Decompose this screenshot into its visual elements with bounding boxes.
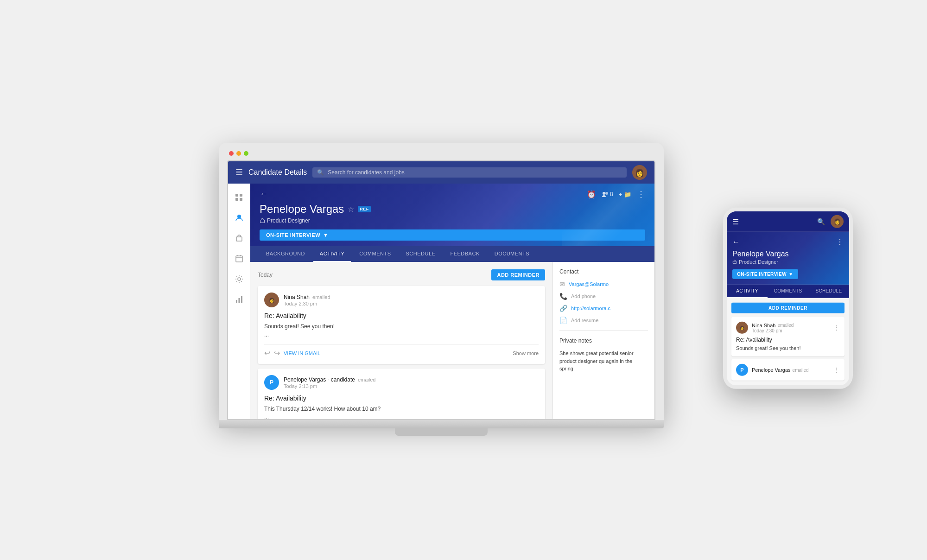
contact-section-title: Contact bbox=[559, 268, 648, 275]
phone-icon: 📞 bbox=[559, 293, 567, 300]
mobile-email-more-icon[interactable]: ⋮ bbox=[833, 324, 840, 331]
briefcase-icon bbox=[260, 218, 265, 223]
alarm-icon[interactable]: ⏰ bbox=[587, 190, 596, 199]
mobile-more-icon[interactable]: ⋮ bbox=[836, 237, 844, 246]
mobile-dropdown-icon: ▼ bbox=[788, 272, 793, 277]
contact-email-value[interactable]: Vargas@Solarmo bbox=[569, 281, 609, 287]
sidebar-item-reports[interactable] bbox=[231, 291, 248, 308]
search-input[interactable] bbox=[328, 169, 622, 176]
tab-activity[interactable]: ACTIVITY bbox=[313, 246, 351, 262]
close-dot bbox=[229, 151, 234, 156]
mobile-avatar[interactable]: 👩 bbox=[831, 215, 844, 228]
email-actions: ↩ ↪ VIEW IN GMAIL bbox=[264, 349, 320, 357]
email-body-line1: Sounds great! See you then! bbox=[264, 322, 539, 331]
laptop-screen: ☰ Candidate Details 🔍 👩 bbox=[227, 160, 655, 420]
mobile-p-meta: Penelope Vargas emailed bbox=[752, 367, 830, 373]
sidebar-item-jobs[interactable] bbox=[231, 230, 248, 247]
forward-icon[interactable]: ↪ bbox=[274, 349, 280, 357]
mobile-add-reminder-button[interactable]: ADD REMINDER bbox=[731, 303, 844, 313]
mobile-tab-schedule[interactable]: SCHEDULE bbox=[808, 285, 849, 298]
star-icon[interactable]: ☆ bbox=[348, 205, 354, 214]
more-options-icon[interactable]: ⋮ bbox=[637, 189, 645, 199]
svg-rect-6 bbox=[236, 256, 242, 262]
mobile-p-avatar: P bbox=[736, 364, 748, 376]
svg-rect-5 bbox=[236, 237, 242, 241]
show-more-link[interactable]: Show more bbox=[513, 350, 539, 356]
interview-btn-label: ON-SITE INTERVIEW bbox=[266, 232, 320, 238]
menu-icon[interactable]: ☰ bbox=[235, 167, 243, 178]
mobile-interview-label: ON-SITE INTERVIEW bbox=[737, 272, 787, 277]
svg-rect-3 bbox=[240, 198, 242, 201]
contact-link-value[interactable]: http://solarmora.c bbox=[571, 305, 610, 311]
scene: ☰ Candidate Details 🔍 👩 bbox=[9, 9, 918, 560]
mobile-search-icon[interactable]: 🔍 bbox=[817, 218, 825, 225]
mobile-topbar-right: 🔍 👩 bbox=[817, 215, 844, 228]
email-sender: Penelope Vargas - candidate emailed bbox=[284, 376, 539, 383]
collaborators-icon[interactable]: 8 bbox=[602, 191, 613, 198]
email-subject: Re: Availability bbox=[264, 395, 539, 402]
dropdown-icon: ▼ bbox=[323, 232, 328, 238]
reply-icon[interactable]: ↩ bbox=[264, 349, 270, 357]
mobile-content: ADD REMINDER 👩 Nina Shah emailed Today bbox=[727, 298, 849, 385]
app-topbar: ☰ Candidate Details 🔍 👩 bbox=[228, 161, 654, 184]
candidate-role-row: Product Designer bbox=[260, 217, 645, 224]
collaborators-count: 8 bbox=[610, 191, 613, 197]
mobile-shell: ☰ 🔍 👩 ← ⋮ Penelope Vargas Pro bbox=[723, 208, 853, 389]
sidebar-item-dashboard[interactable] bbox=[231, 189, 248, 206]
svg-rect-0 bbox=[235, 194, 238, 197]
laptop-stand bbox=[395, 428, 488, 436]
email-sender: Nina Shah emailed bbox=[284, 294, 539, 300]
sender-name: Nina Shah bbox=[284, 294, 310, 300]
contact-resume-value[interactable]: Add resume bbox=[571, 318, 598, 323]
right-panel: Contact ✉ Vargas@Solarmo 📞 Add phone bbox=[552, 262, 654, 419]
sidebar-item-settings[interactable] bbox=[231, 271, 248, 287]
candidate-hero: ⏰ 8 + 📁 ⋮ ← Pen bbox=[250, 184, 654, 246]
laptop-camera-bar bbox=[227, 151, 655, 156]
email-meta: Penelope Vargas - candidate emailed Toda… bbox=[284, 376, 539, 389]
sidebar-item-candidates[interactable] bbox=[231, 210, 248, 226]
sidebar bbox=[228, 184, 250, 419]
mobile-menu-icon[interactable]: ☰ bbox=[732, 217, 739, 226]
email-action: emailed bbox=[358, 377, 376, 382]
tab-feedback[interactable]: FEEDBACK bbox=[444, 246, 486, 262]
email-body-ellipsis: ... bbox=[264, 413, 539, 419]
svg-rect-8 bbox=[236, 300, 237, 303]
mobile-email-subject: Re: Availability bbox=[736, 337, 840, 343]
back-button[interactable]: ← bbox=[260, 189, 268, 199]
private-notes: She shows great potential senior product… bbox=[559, 350, 648, 373]
mobile-p-name: Penelope Vargas bbox=[752, 367, 791, 373]
mobile-tab-activity[interactable]: ACTIVITY bbox=[727, 285, 768, 298]
mobile-p-more-icon[interactable]: ⋮ bbox=[833, 366, 840, 374]
email-avatar: 👩 bbox=[264, 293, 279, 307]
sidebar-item-schedule[interactable] bbox=[231, 250, 248, 267]
app-body: ⏰ 8 + 📁 ⋮ ← Pen bbox=[228, 184, 654, 419]
search-bar[interactable]: 🔍 bbox=[312, 167, 627, 178]
tab-background[interactable]: BACKGROUND bbox=[260, 246, 311, 262]
add-reminder-button[interactable]: ADD REMINDER bbox=[491, 269, 545, 280]
tab-documents[interactable]: DOCUMENTS bbox=[488, 246, 536, 262]
page-title: Candidate Details bbox=[248, 168, 307, 177]
content-area: Today ADD REMINDER 👩 bbox=[250, 262, 654, 419]
svg-point-4 bbox=[237, 215, 241, 218]
user-avatar[interactable]: 👩 bbox=[632, 165, 647, 180]
interview-status-button[interactable]: ON-SITE INTERVIEW ▼ bbox=[260, 229, 645, 241]
contact-phone-value[interactable]: Add phone bbox=[571, 293, 596, 299]
mobile-interview-button[interactable]: ON-SITE INTERVIEW ▼ bbox=[732, 269, 798, 279]
mobile-email-action: emailed bbox=[777, 323, 794, 328]
sender-name: Penelope Vargas - candidate bbox=[284, 376, 355, 383]
mobile-candidate-role: Product Designer bbox=[732, 259, 844, 265]
mobile-tab-comments[interactable]: COMMENTS bbox=[768, 285, 808, 298]
candidate-info: Penelope Vargas ☆ REF Product Designer O… bbox=[260, 203, 645, 246]
tab-schedule[interactable]: SCHEDULE bbox=[400, 246, 442, 262]
mobile-topbar-left: ☰ bbox=[732, 217, 739, 226]
view-in-gmail-link[interactable]: VIEW IN GMAIL bbox=[284, 350, 320, 356]
mobile-topbar: ☰ 🔍 👩 bbox=[727, 211, 849, 232]
email-time: Today 2:13 pm bbox=[284, 383, 539, 389]
mobile-back-arrow[interactable]: ← bbox=[732, 237, 740, 246]
candidate-role: Product Designer bbox=[267, 217, 310, 224]
add-folder-icon[interactable]: + 📁 bbox=[619, 191, 631, 198]
svg-rect-2 bbox=[235, 198, 238, 201]
tab-comments[interactable]: COMMENTS bbox=[353, 246, 397, 262]
contact-resume-row: 📄 Add resume bbox=[559, 317, 648, 324]
laptop-shell: ☰ Candidate Details 🔍 👩 bbox=[219, 143, 664, 420]
